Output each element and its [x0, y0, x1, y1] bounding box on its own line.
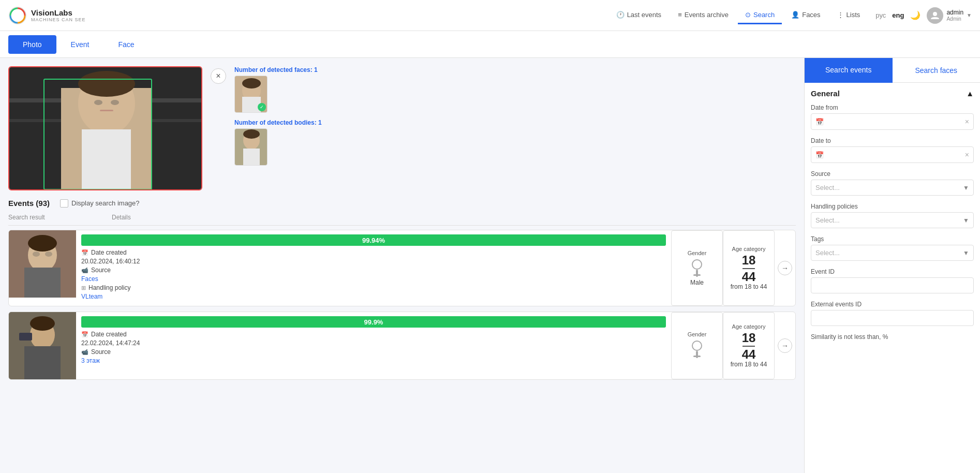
source-select[interactable]: Select... ▼: [811, 180, 974, 196]
event-thumbnail[interactable]: [9, 230, 76, 298]
age-box: Age category 18 44 from 18 to 44: [723, 230, 775, 306]
nav-lists[interactable]: ⋮ Lists: [830, 7, 868, 24]
events-title: Events (93): [8, 199, 50, 208]
male-icon: [689, 258, 705, 279]
tab-photo[interactable]: Photo: [8, 35, 56, 54]
chevron-down-icon: ▼: [967, 12, 972, 18]
face-detection-group: Number of detected faces: 1 ✓: [234, 66, 322, 113]
close-photo-button[interactable]: ×: [211, 68, 226, 84]
date-row: 📅 Date created: [81, 331, 666, 338]
tab-face[interactable]: Face: [103, 35, 149, 54]
event-id-field: Event ID: [811, 268, 974, 293]
results-header: Search result Details: [8, 214, 796, 226]
tags-field: Tags Select... ▼: [811, 235, 974, 261]
svg-point-34: [692, 341, 702, 350]
face-check-badge: ✓: [258, 103, 266, 111]
lang-en-btn[interactable]: eng: [892, 11, 904, 19]
age-box: Age category 18 44 from 18 to 44: [723, 312, 775, 379]
svg-point-15: [242, 78, 261, 88]
svg-rect-31: [24, 346, 61, 379]
date-from-clear-button[interactable]: ×: [965, 117, 969, 126]
external-events-id-input[interactable]: [811, 310, 974, 326]
calendar-icon: 📅: [81, 249, 88, 256]
event-navigate-button[interactable]: →: [775, 312, 795, 379]
policy-icon: ⊞: [81, 285, 86, 291]
svg-point-32: [30, 316, 55, 331]
body-detection-group: Number of detected bodies: 1: [234, 119, 322, 166]
policy-link[interactable]: VLteam: [81, 293, 102, 300]
source-icon: 📹: [81, 349, 88, 356]
globe-icon: ⊙: [745, 11, 751, 19]
sidebar-tabs: Search events Search faces: [805, 58, 980, 83]
photo-frame: [8, 66, 202, 190]
nav-last-events[interactable]: 🕐 Last events: [609, 7, 669, 24]
arrow-right-icon: →: [778, 338, 792, 353]
face-detection-box: [43, 79, 152, 190]
event-id-input[interactable]: [811, 277, 974, 293]
date-to-clear-button[interactable]: ×: [965, 151, 969, 159]
source-link[interactable]: Faces: [81, 275, 98, 283]
nav-events-archive[interactable]: ≡ Events archive: [671, 7, 736, 24]
similarity-field: Similarity is not less than, %: [811, 333, 974, 341]
event-info: 99.9% 📅 Date created 22.02.2024, 14:47:2…: [76, 312, 671, 379]
nav-faces[interactable]: 👤 Faces: [784, 7, 827, 24]
source-icon: 📹: [81, 267, 88, 274]
gender-box: Gender Male: [671, 230, 723, 306]
checkbox[interactable]: [60, 199, 68, 208]
svg-point-23: [28, 235, 57, 252]
handling-policies-select[interactable]: Select... ▼: [811, 212, 974, 228]
svg-point-24: [33, 252, 40, 257]
tab-event[interactable]: Event: [56, 35, 104, 54]
event-info: 99.94% 📅 Date created 20.02.2024, 16:40:…: [76, 230, 671, 306]
list-icon: ≡: [678, 11, 682, 19]
nav-search[interactable]: ⊙ Search: [738, 7, 782, 24]
user-menu[interactable]: admin Admin ▼: [927, 7, 972, 24]
date-to-text-input[interactable]: [827, 151, 962, 159]
date-to-input[interactable]: 📅 ×: [811, 146, 974, 163]
search-type-tabs: Photo Event Face: [0, 31, 980, 58]
similarity-bar-wrap: 99.9%: [81, 316, 666, 328]
age-dash: [743, 268, 755, 269]
body-thumb[interactable]: [234, 128, 268, 166]
tab-search-faces[interactable]: Search faces: [893, 58, 981, 83]
sidebar-body: General ▲ Date from 📅 × Date to 📅 ×: [805, 83, 980, 473]
similarity-bar: 99.9%: [81, 316, 666, 328]
right-sidebar: Search events Search faces General ▲ Dat…: [804, 58, 980, 473]
logo-icon: [8, 6, 27, 25]
main-layout: × Number of detected faces: 1: [0, 58, 980, 473]
event-thumbnail[interactable]: [9, 312, 76, 379]
theme-toggle[interactable]: 🌙: [910, 10, 920, 20]
chevron-up-icon: ▲: [966, 89, 974, 98]
face-thumb[interactable]: ✓: [234, 76, 268, 113]
tab-search-events[interactable]: Search events: [805, 58, 893, 83]
source-link[interactable]: 3 этаж: [81, 357, 100, 364]
lang-ru-btn[interactable]: рус: [875, 11, 886, 19]
tags-select[interactable]: Select... ▼: [811, 245, 974, 261]
svg-rect-36: [693, 356, 701, 357]
svg-rect-22: [24, 268, 61, 298]
similarity-bar-wrap: 99.94%: [81, 234, 666, 246]
calendar-icon: 📅: [81, 331, 88, 338]
date-from-text-input[interactable]: [827, 118, 962, 126]
svg-rect-18: [243, 149, 260, 166]
general-section-header[interactable]: General ▲: [811, 89, 974, 98]
svg-point-0: [9, 7, 26, 24]
table-row: 99.94% 📅 Date created 20.02.2024, 16:40:…: [8, 230, 796, 306]
nav-links: 🕐 Last events ≡ Events archive ⊙ Search …: [609, 7, 868, 24]
list2-icon: ⋮: [837, 11, 844, 19]
bodies-count-label: Number of detected bodies: 1: [234, 119, 322, 126]
date-to-field: Date to 📅 ×: [811, 137, 974, 163]
display-search-image-checkbox[interactable]: Display search image?: [60, 199, 140, 208]
detections-panel: Number of detected faces: 1 ✓: [234, 66, 322, 190]
table-row: 99.9% 📅 Date created 22.02.2024, 14:47:2…: [8, 312, 796, 380]
date-from-field: Date from 📅 ×: [811, 104, 974, 130]
svg-point-19: [243, 129, 260, 139]
external-events-id-field: External events ID: [811, 301, 974, 326]
event-navigate-button[interactable]: →: [775, 230, 795, 306]
date-row: 📅 Date created: [81, 249, 666, 256]
faces-count-label: Number of detected faces: 1: [234, 66, 322, 73]
date-from-input[interactable]: 📅 ×: [811, 113, 974, 130]
calendar-icon: 📅: [815, 151, 824, 159]
logo: VisionLabs MACHINES CAN SEE: [8, 6, 86, 25]
policy-row: ⊞ Handling policy: [81, 284, 666, 291]
